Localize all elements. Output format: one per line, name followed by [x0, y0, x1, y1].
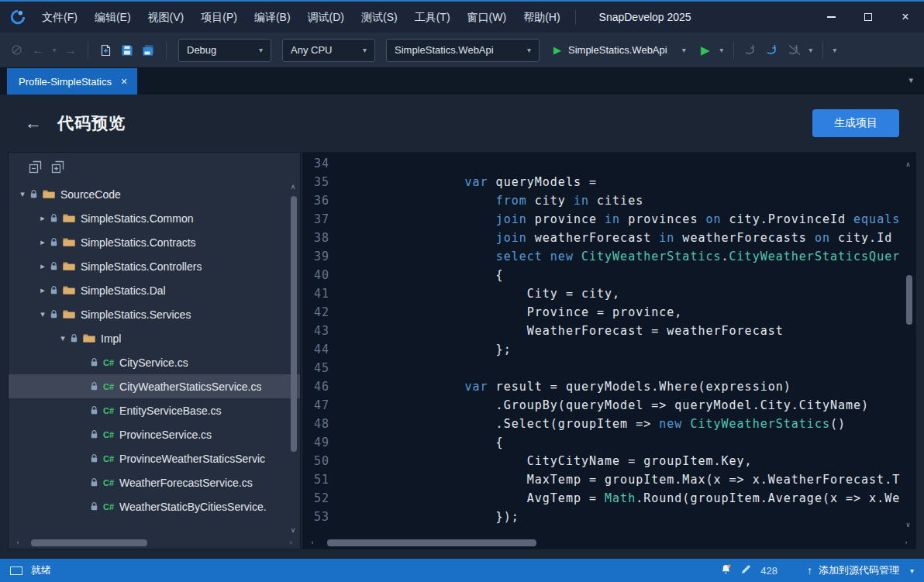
toolbar-overflow-icon[interactable]: ▾ — [830, 46, 840, 54]
code-line: var queryModels = — [340, 173, 915, 191]
hot-reload-dropdown-icon[interactable]: ▾ — [806, 46, 815, 54]
scrollbar-thumb[interactable] — [327, 539, 536, 546]
scroll-up-icon[interactable]: ∧ — [903, 155, 914, 174]
tab-list-chevron-icon[interactable]: ▾ — [908, 75, 913, 85]
scrollbar-thumb[interactable] — [906, 275, 912, 325]
background-tasks-icon[interactable] — [10, 567, 22, 575]
save-all-icon[interactable] — [139, 40, 159, 60]
tree-item[interactable]: C#CityService.cs — [9, 350, 300, 374]
status-bar: 就绪 428 ↑ 添加到源代码管理 ▾ — [0, 559, 924, 582]
menu-item-file[interactable]: 文件(F) — [33, 2, 86, 33]
close-button[interactable]: × — [887, 2, 924, 33]
scroll-right-icon[interactable]: › — [285, 539, 296, 546]
maximize-button[interactable] — [850, 2, 887, 33]
code-line: City = city, — [340, 284, 915, 303]
expand-all-icon[interactable] — [51, 160, 64, 174]
menu-item-test[interactable]: 测试(S) — [353, 2, 406, 33]
app-title: SnapDevelop 2025 — [599, 11, 691, 23]
tree-horizontal-scrollbar[interactable]: ‹ › — [9, 536, 300, 549]
tree-item[interactable]: ▸SimpleStatics.Common — [9, 206, 300, 230]
scroll-left-icon[interactable]: ‹ — [307, 539, 318, 546]
tree-item-label: Impl — [101, 332, 121, 345]
page-title: 代码预览 — [57, 112, 126, 134]
scroll-right-icon[interactable]: › — [901, 539, 912, 546]
scrollbar-thumb[interactable] — [31, 539, 147, 546]
pencil-icon[interactable] — [741, 564, 751, 577]
editor-horizontal-scrollbar[interactable]: ‹ › — [303, 536, 915, 549]
code-area[interactable]: 3435363738394041424344454647484950515253… — [303, 153, 915, 536]
lock-icon — [30, 190, 40, 198]
app-window: 文件(F)编辑(E)视图(V)项目(P)编译(B)调试(D)测试(S)工具(T)… — [0, 0, 924, 582]
scroll-down-icon[interactable]: ∨ — [288, 526, 298, 534]
minimize-button[interactable] — [812, 2, 850, 33]
tree-item[interactable]: ▾SourceCode — [9, 182, 300, 206]
navigate-back-dropdown-icon[interactable]: ▾ — [50, 46, 59, 54]
menu-item-project[interactable]: 项目(P) — [192, 2, 246, 33]
navigate-forward-icon[interactable]: → — [64, 43, 77, 57]
chevron-down-icon[interactable]: ▾ — [55, 333, 71, 343]
chevron-right-icon[interactable]: ▸ — [35, 285, 50, 295]
code-line: from city in cities — [340, 191, 915, 210]
line-number: 41 — [303, 284, 329, 303]
tree-item[interactable]: C#WeatherStaticByCitiesService. — [9, 494, 300, 518]
platform-dropdown[interactable]: Any CPU ▾ — [282, 39, 375, 62]
tab-profile-simplestatics[interactable]: Profile-SimpleStatics × — [7, 68, 137, 95]
menu-item-build[interactable]: 编译(B) — [246, 2, 299, 33]
scrollbar-thumb[interactable] — [291, 196, 297, 452]
add-to-source-control-button[interactable]: ↑ 添加到源代码管理 ▾ — [807, 563, 914, 577]
new-file-icon[interactable] — [95, 40, 116, 60]
scroll-down-icon[interactable]: ∨ — [903, 515, 914, 534]
line-number: 46 — [303, 377, 329, 396]
tree-item[interactable]: ▸SimpleStatics.Controllers — [9, 254, 300, 278]
line-number: 51 — [303, 470, 329, 489]
close-tab-icon[interactable]: × — [121, 75, 127, 88]
navigate-back-icon[interactable]: ← — [32, 43, 44, 57]
scroll-left-icon[interactable]: ‹ — [12, 539, 23, 546]
title-bar: 文件(F)编辑(E)视图(V)项目(P)编译(B)调试(D)测试(S)工具(T)… — [0, 2, 924, 33]
menu-item-edit[interactable]: 编辑(E) — [86, 2, 140, 33]
notifications-icon[interactable] — [720, 563, 732, 577]
chevron-right-icon[interactable]: ▸ — [35, 237, 50, 247]
tree-item[interactable]: C#WeatherForecastService.cs — [9, 470, 300, 494]
menu-item-help[interactable]: 帮助(H) — [515, 2, 568, 33]
tree-item[interactable]: ▾Impl — [9, 326, 300, 350]
menu-item-window[interactable]: 窗口(W) — [459, 2, 515, 33]
startup-project-dropdown[interactable]: SimpleStatics.WebApi ▾ — [386, 39, 540, 62]
hot-reload-icon[interactable] — [763, 40, 783, 60]
tree-item[interactable]: C#EntityServiceBase.cs — [9, 398, 300, 422]
chevron-down-icon[interactable]: ▾ — [35, 309, 50, 319]
save-icon[interactable] — [117, 40, 137, 60]
tree-item[interactable]: C#ProvinceWeatherStaticsServic — [9, 446, 300, 470]
configuration-dropdown[interactable]: Debug ▾ — [178, 39, 271, 62]
tree-item[interactable]: C#ProvinceService.cs — [9, 422, 300, 446]
csharp-file-icon: C# — [103, 358, 114, 367]
tree-item[interactable]: ▸SimpleStatics.Contracts — [9, 230, 300, 254]
tree-item[interactable]: ▸SimpleStatics.Dal — [9, 278, 300, 302]
csharp-file-icon: C# — [103, 502, 114, 511]
generate-project-button[interactable]: 生成项目 — [812, 109, 899, 137]
blocked-icon — [6, 40, 26, 60]
tree-item[interactable]: C#CityWeatherStaticsService.cs — [9, 374, 300, 398]
chevron-right-icon[interactable]: ▸ — [35, 213, 50, 223]
line-number: 40 — [303, 266, 329, 284]
back-button[interactable]: ← — [25, 113, 42, 133]
code-editor[interactable]: 3435363738394041424344454647484950515253… — [302, 152, 916, 549]
start-debug-icon[interactable]: ▶ — [701, 43, 710, 57]
editor-vertical-scrollbar[interactable]: ∧ ∨ — [903, 153, 915, 536]
menu-item-tools[interactable]: 工具(T) — [406, 2, 459, 33]
chevron-down-icon[interactable]: ▾ — [15, 189, 30, 199]
toolbar: ← ▾ → Debug ▾ Any CPU ▾ SimpleStatics.We… — [0, 33, 924, 68]
folder-icon — [63, 213, 75, 223]
chevron-right-icon[interactable]: ▸ — [35, 261, 50, 271]
menu-item-debug[interactable]: 调试(D) — [299, 2, 353, 33]
start-debug-dropdown-icon[interactable]: ▾ — [717, 46, 726, 54]
menu-item-view[interactable]: 视图(V) — [140, 2, 193, 33]
tree-vertical-scrollbar[interactable]: ∧ ∨ — [288, 181, 299, 536]
status-ready-text: 就绪 — [31, 563, 51, 577]
chevron-down-icon: ▾ — [259, 46, 263, 54]
run-target-dropdown[interactable]: ▶ SimpleStatics.WebApi ▾ — [546, 39, 694, 62]
scroll-up-icon[interactable]: ∧ — [288, 183, 298, 191]
tree-item[interactable]: ▾SimpleStatics.Services — [9, 302, 300, 326]
play-icon: ▶ — [553, 44, 561, 56]
collapse-all-icon[interactable] — [29, 160, 42, 174]
